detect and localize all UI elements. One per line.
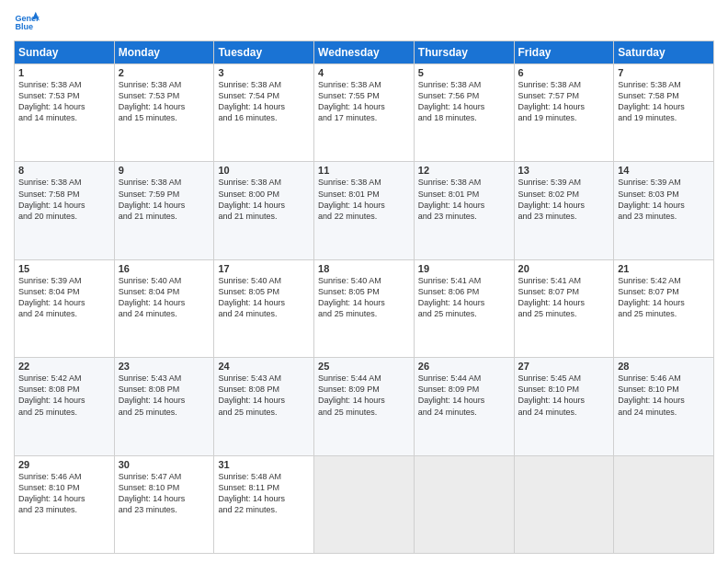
day-number: 14 bbox=[618, 165, 710, 176]
calendar-cell: 17Sunrise: 5:40 AMSunset: 8:05 PMDayligh… bbox=[214, 259, 314, 357]
day-detail: Sunrise: 5:40 AMSunset: 8:05 PMDaylight:… bbox=[218, 275, 310, 320]
day-number: 1 bbox=[18, 67, 110, 78]
calendar-cell bbox=[414, 455, 514, 553]
calendar-cell: 13Sunrise: 5:39 AMSunset: 8:02 PMDayligh… bbox=[514, 162, 614, 259]
day-detail: Sunrise: 5:43 AMSunset: 8:08 PMDaylight:… bbox=[119, 373, 210, 418]
day-number: 4 bbox=[318, 67, 410, 78]
day-number: 24 bbox=[218, 361, 310, 372]
calendar-week-row: 15Sunrise: 5:39 AMSunset: 8:04 PMDayligh… bbox=[15, 259, 714, 357]
calendar-header-day: Wednesday bbox=[314, 41, 415, 64]
day-detail: Sunrise: 5:48 AMSunset: 8:11 PMDaylight:… bbox=[218, 471, 310, 516]
day-number: 10 bbox=[218, 165, 310, 176]
day-number: 31 bbox=[218, 459, 310, 470]
day-detail: Sunrise: 5:38 AMSunset: 7:55 PMDaylight:… bbox=[318, 79, 410, 124]
day-detail: Sunrise: 5:46 AMSunset: 8:10 PMDaylight:… bbox=[18, 471, 110, 516]
day-number: 26 bbox=[418, 361, 510, 372]
calendar-header-day: Friday bbox=[514, 41, 614, 64]
day-number: 15 bbox=[18, 263, 110, 274]
day-detail: Sunrise: 5:39 AMSunset: 8:03 PMDaylight:… bbox=[618, 177, 710, 222]
calendar-week-row: 1Sunrise: 5:38 AMSunset: 7:53 PMDaylight… bbox=[15, 64, 714, 162]
calendar-cell: 1Sunrise: 5:38 AMSunset: 7:53 PMDaylight… bbox=[15, 64, 115, 162]
day-number: 19 bbox=[418, 263, 510, 274]
day-number: 16 bbox=[119, 263, 210, 274]
calendar-week-row: 29Sunrise: 5:46 AMSunset: 8:10 PMDayligh… bbox=[15, 455, 714, 553]
day-number: 18 bbox=[318, 263, 410, 274]
day-number: 11 bbox=[318, 165, 410, 176]
day-detail: Sunrise: 5:42 AMSunset: 8:07 PMDaylight:… bbox=[618, 275, 710, 320]
calendar-cell: 23Sunrise: 5:43 AMSunset: 8:08 PMDayligh… bbox=[114, 358, 214, 455]
calendar-cell: 16Sunrise: 5:40 AMSunset: 8:04 PMDayligh… bbox=[114, 259, 214, 357]
day-detail: Sunrise: 5:41 AMSunset: 8:07 PMDaylight:… bbox=[518, 275, 610, 320]
day-detail: Sunrise: 5:39 AMSunset: 8:04 PMDaylight:… bbox=[18, 275, 110, 320]
day-detail: Sunrise: 5:38 AMSunset: 7:53 PMDaylight:… bbox=[119, 79, 210, 124]
day-detail: Sunrise: 5:43 AMSunset: 8:08 PMDaylight:… bbox=[218, 373, 310, 418]
calendar-cell: 7Sunrise: 5:38 AMSunset: 7:58 PMDaylight… bbox=[614, 64, 714, 162]
day-detail: Sunrise: 5:40 AMSunset: 8:05 PMDaylight:… bbox=[318, 275, 410, 320]
calendar-body: 1Sunrise: 5:38 AMSunset: 7:53 PMDaylight… bbox=[15, 64, 714, 554]
day-number: 5 bbox=[418, 67, 510, 78]
calendar-header-day: Thursday bbox=[414, 41, 514, 64]
day-detail: Sunrise: 5:38 AMSunset: 8:01 PMDaylight:… bbox=[318, 177, 410, 222]
day-number: 25 bbox=[318, 361, 410, 372]
calendar-cell: 4Sunrise: 5:38 AMSunset: 7:55 PMDaylight… bbox=[314, 64, 415, 162]
calendar-header-row: SundayMondayTuesdayWednesdayThursdayFrid… bbox=[15, 41, 714, 64]
page: General Blue SundayMondayTuesdayWednesda… bbox=[0, 0, 728, 563]
day-number: 3 bbox=[218, 67, 310, 78]
day-detail: Sunrise: 5:46 AMSunset: 8:10 PMDaylight:… bbox=[618, 373, 710, 418]
day-detail: Sunrise: 5:47 AMSunset: 8:10 PMDaylight:… bbox=[119, 471, 210, 516]
day-detail: Sunrise: 5:38 AMSunset: 7:54 PMDaylight:… bbox=[218, 79, 310, 124]
logo-icon: General Blue bbox=[14, 9, 40, 35]
day-number: 17 bbox=[218, 263, 310, 274]
day-detail: Sunrise: 5:38 AMSunset: 7:56 PMDaylight:… bbox=[418, 79, 510, 124]
calendar: SundayMondayTuesdayWednesdayThursdayFrid… bbox=[14, 40, 714, 554]
calendar-header-day: Monday bbox=[114, 41, 214, 64]
day-number: 22 bbox=[18, 361, 110, 372]
day-number: 28 bbox=[618, 361, 710, 372]
calendar-week-row: 8Sunrise: 5:38 AMSunset: 7:58 PMDaylight… bbox=[15, 162, 714, 259]
calendar-cell: 11Sunrise: 5:38 AMSunset: 8:01 PMDayligh… bbox=[314, 162, 415, 259]
day-detail: Sunrise: 5:38 AMSunset: 7:59 PMDaylight:… bbox=[119, 177, 210, 222]
day-detail: Sunrise: 5:45 AMSunset: 8:10 PMDaylight:… bbox=[518, 373, 610, 418]
day-detail: Sunrise: 5:38 AMSunset: 7:53 PMDaylight:… bbox=[18, 79, 110, 124]
calendar-cell: 12Sunrise: 5:38 AMSunset: 8:01 PMDayligh… bbox=[414, 162, 514, 259]
day-detail: Sunrise: 5:38 AMSunset: 8:01 PMDaylight:… bbox=[418, 177, 510, 222]
calendar-cell: 24Sunrise: 5:43 AMSunset: 8:08 PMDayligh… bbox=[214, 358, 314, 455]
day-detail: Sunrise: 5:42 AMSunset: 8:08 PMDaylight:… bbox=[18, 373, 110, 418]
day-number: 13 bbox=[518, 165, 610, 176]
day-number: 12 bbox=[418, 165, 510, 176]
day-number: 23 bbox=[119, 361, 210, 372]
day-number: 27 bbox=[518, 361, 610, 372]
calendar-cell: 30Sunrise: 5:47 AMSunset: 8:10 PMDayligh… bbox=[114, 455, 214, 553]
calendar-cell: 31Sunrise: 5:48 AMSunset: 8:11 PMDayligh… bbox=[214, 455, 314, 553]
day-detail: Sunrise: 5:39 AMSunset: 8:02 PMDaylight:… bbox=[518, 177, 610, 222]
calendar-cell bbox=[514, 455, 614, 553]
calendar-header-day: Tuesday bbox=[214, 41, 314, 64]
day-detail: Sunrise: 5:44 AMSunset: 8:09 PMDaylight:… bbox=[418, 373, 510, 418]
day-number: 2 bbox=[119, 67, 210, 78]
calendar-header-day: Saturday bbox=[614, 41, 714, 64]
calendar-cell: 29Sunrise: 5:46 AMSunset: 8:10 PMDayligh… bbox=[15, 455, 115, 553]
day-number: 7 bbox=[618, 67, 710, 78]
calendar-cell: 2Sunrise: 5:38 AMSunset: 7:53 PMDaylight… bbox=[114, 64, 214, 162]
day-number: 30 bbox=[119, 459, 210, 470]
day-number: 9 bbox=[119, 165, 210, 176]
calendar-cell: 28Sunrise: 5:46 AMSunset: 8:10 PMDayligh… bbox=[614, 358, 714, 455]
day-detail: Sunrise: 5:40 AMSunset: 8:04 PMDaylight:… bbox=[119, 275, 210, 320]
calendar-cell: 18Sunrise: 5:40 AMSunset: 8:05 PMDayligh… bbox=[314, 259, 415, 357]
day-detail: Sunrise: 5:38 AMSunset: 7:57 PMDaylight:… bbox=[518, 79, 610, 124]
calendar-header-day: Sunday bbox=[15, 41, 115, 64]
day-detail: Sunrise: 5:38 AMSunset: 7:58 PMDaylight:… bbox=[18, 177, 110, 222]
calendar-cell: 5Sunrise: 5:38 AMSunset: 7:56 PMDaylight… bbox=[414, 64, 514, 162]
calendar-cell: 14Sunrise: 5:39 AMSunset: 8:03 PMDayligh… bbox=[614, 162, 714, 259]
calendar-cell: 20Sunrise: 5:41 AMSunset: 8:07 PMDayligh… bbox=[514, 259, 614, 357]
calendar-week-row: 22Sunrise: 5:42 AMSunset: 8:08 PMDayligh… bbox=[15, 358, 714, 455]
calendar-cell: 27Sunrise: 5:45 AMSunset: 8:10 PMDayligh… bbox=[514, 358, 614, 455]
calendar-cell: 3Sunrise: 5:38 AMSunset: 7:54 PMDaylight… bbox=[214, 64, 314, 162]
calendar-cell: 15Sunrise: 5:39 AMSunset: 8:04 PMDayligh… bbox=[15, 259, 115, 357]
day-detail: Sunrise: 5:38 AMSunset: 7:58 PMDaylight:… bbox=[618, 79, 710, 124]
day-number: 20 bbox=[518, 263, 610, 274]
calendar-cell: 19Sunrise: 5:41 AMSunset: 8:06 PMDayligh… bbox=[414, 259, 514, 357]
calendar-cell bbox=[314, 455, 415, 553]
logo: General Blue bbox=[14, 9, 40, 35]
calendar-cell: 26Sunrise: 5:44 AMSunset: 8:09 PMDayligh… bbox=[414, 358, 514, 455]
